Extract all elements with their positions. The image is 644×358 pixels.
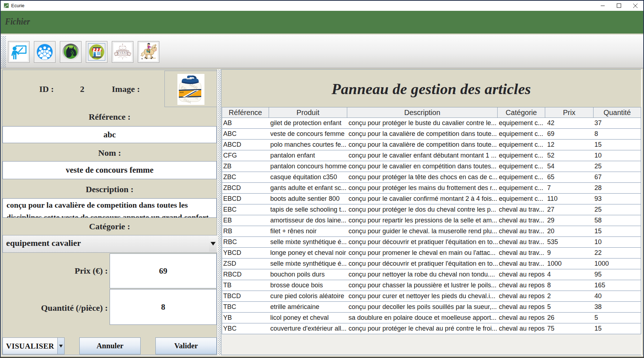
svg-text:Hold: Hold: [180, 91, 184, 93]
svg-text:EVENT: EVENT: [117, 51, 128, 54]
